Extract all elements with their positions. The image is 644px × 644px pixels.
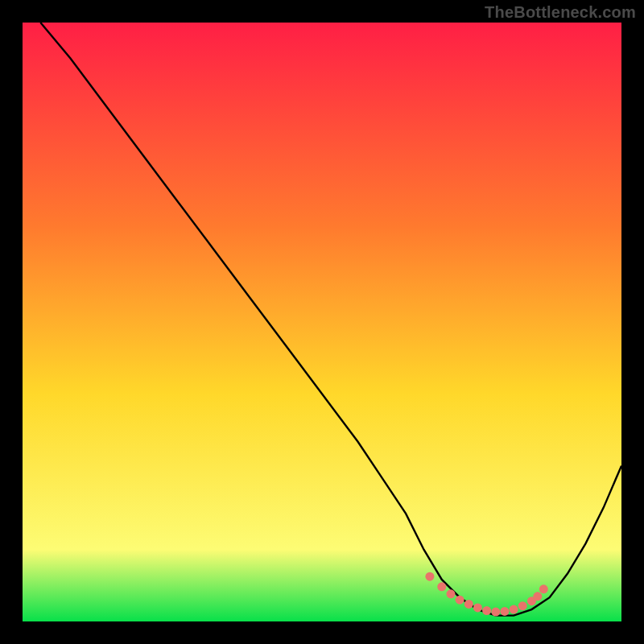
highlight-dot xyxy=(482,606,491,615)
highlight-dot xyxy=(425,572,434,581)
highlight-dot xyxy=(456,596,464,605)
highlight-dot xyxy=(491,608,500,617)
highlight-dot xyxy=(473,603,482,612)
plot-area xyxy=(23,23,621,621)
highlight-dot xyxy=(447,589,456,598)
gradient-background xyxy=(23,23,621,621)
watermark-text: TheBottleneck.com xyxy=(485,3,636,22)
highlight-dot xyxy=(533,592,542,601)
highlight-dot xyxy=(518,601,527,610)
highlight-dot xyxy=(464,600,473,609)
chart-frame: TheBottleneck.com xyxy=(0,0,644,644)
highlight-dot xyxy=(500,607,509,616)
chart-svg xyxy=(23,23,621,621)
highlight-dot xyxy=(539,584,548,593)
highlight-dot xyxy=(437,582,446,591)
highlight-dot xyxy=(510,605,518,614)
